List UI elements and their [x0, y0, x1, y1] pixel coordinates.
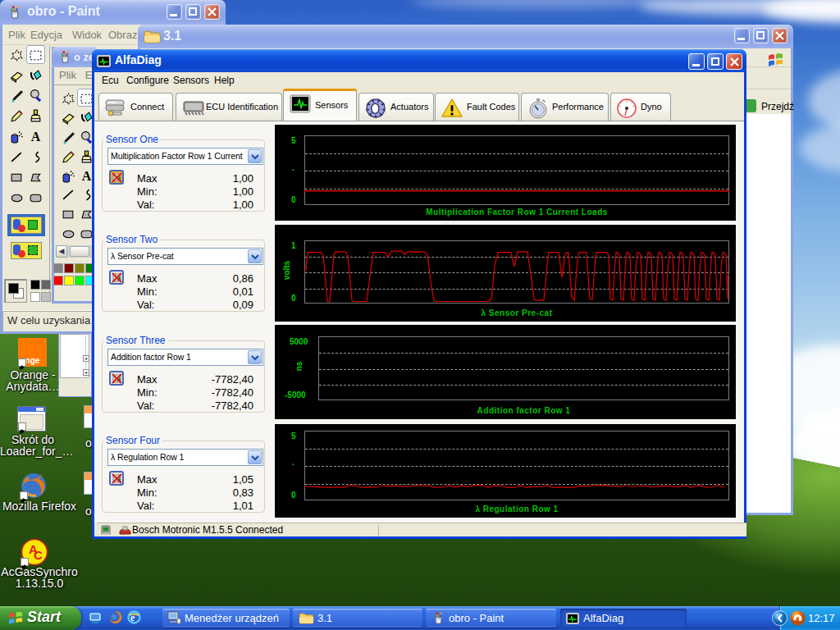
svg-text:e: e: [130, 612, 135, 623]
svg-text:C: C: [34, 548, 43, 562]
